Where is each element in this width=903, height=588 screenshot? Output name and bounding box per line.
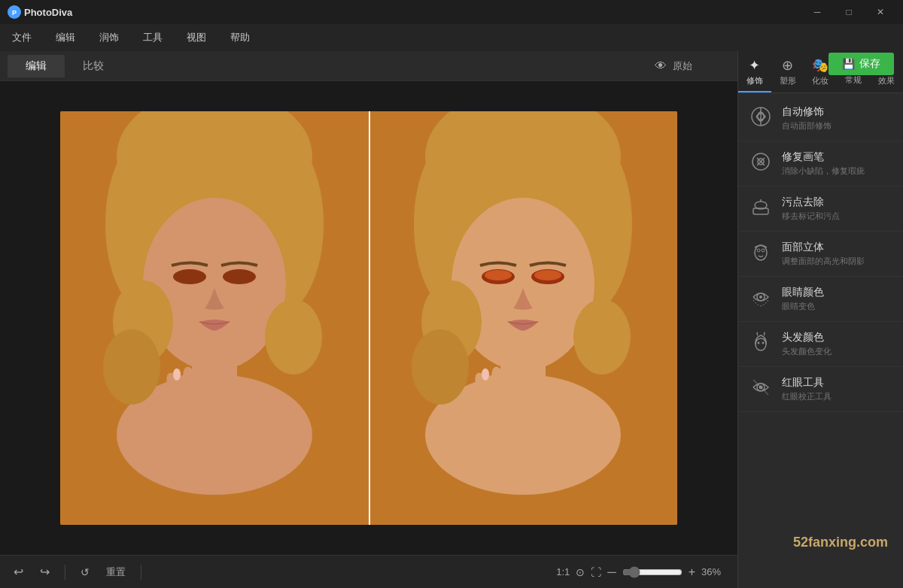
split-divider[interactable] (369, 111, 370, 525)
tool-repair-brush[interactable]: 修复画笔 消除小缺陷，修复瑕疵 (738, 141, 903, 186)
adjust-tab-label: 常规 (845, 74, 862, 86)
portrait-left (60, 111, 369, 525)
hair-color-text: 头发颜色 头发颜色变化 (782, 331, 832, 357)
makeup-tab-label: 化妆 (812, 75, 829, 86)
repair-brush-desc: 消除小缺陷，修复瑕疵 (782, 165, 865, 177)
svg-point-29 (534, 270, 561, 280)
save-icon: 💾 (842, 58, 855, 70)
svg-point-51 (759, 296, 762, 299)
menu-help[interactable]: 帮助 (226, 28, 254, 47)
tab-edit[interactable]: 编辑 (8, 55, 65, 77)
svg-point-9 (173, 269, 206, 284)
repair-brush-text: 修复画笔 消除小缺陷，修复瑕疵 (782, 150, 865, 177)
svg-point-53 (758, 341, 760, 344)
zoom-info: 1:1 ⊙ ⛶ ─ + 36% (556, 565, 728, 579)
fullscreen-icon[interactable]: ⛶ (591, 566, 601, 578)
red-eye-title: 红眼工具 (782, 376, 832, 389)
zoom-in-button[interactable]: + (689, 565, 695, 579)
image-right (369, 111, 677, 525)
svg-point-49 (762, 249, 765, 252)
menu-view[interactable]: 视图 (182, 28, 211, 47)
separator-2 (141, 565, 141, 580)
auto-retouch-icon (749, 106, 773, 132)
hair-color-desc: 头发颜色变化 (782, 346, 832, 357)
panel-tab-retouch[interactable]: ✦ 修饰 (738, 51, 771, 92)
image-left (60, 111, 369, 525)
bottom-bar: ↩ ↪ ↺ 重置 1:1 ⊙ ⛶ ─ + 36% (0, 555, 737, 588)
zoom-ratio-label: 1:1 (556, 566, 570, 577)
red-eye-icon (749, 377, 773, 402)
menu-edit[interactable]: 编辑 (51, 28, 80, 47)
shape-tab-label: 塑形 (780, 75, 796, 86)
maximize-button[interactable]: □ (834, 0, 864, 24)
view-label: 👁 原始 (655, 59, 692, 73)
minimize-button[interactable]: ─ (802, 0, 832, 24)
auto-retouch-text: 自动修饰 自动面部修饰 (782, 105, 832, 132)
panel-tab-shape[interactable]: ⊕ 塑形 (771, 51, 804, 92)
svg-point-35 (412, 329, 469, 405)
tool-red-eye[interactable]: 红眼工具 红眼校正工具 (738, 367, 903, 412)
tool-eye-color[interactable]: 眼睛颜色 眼睛变色 (738, 277, 903, 322)
save-button[interactable]: 💾 保存 (829, 53, 894, 75)
redo-button[interactable]: ↪ (35, 562, 54, 582)
eye-color-icon (749, 286, 773, 312)
undo-button[interactable]: ↩ (9, 562, 28, 582)
app-logo: P PhotoDiva (8, 5, 72, 19)
tabbar: 编辑 比较 👁 原始 (0, 51, 737, 81)
spot-removal-text: 污点去除 移去标记和污点 (782, 195, 840, 222)
face-sculpt-icon (749, 241, 773, 267)
separator-1 (65, 565, 65, 580)
titlebar-left: P PhotoDiva (8, 5, 72, 19)
reset-button[interactable]: 重置 (102, 562, 130, 582)
menu-retouch[interactable]: 润饰 (95, 28, 123, 47)
spot-removal-icon (749, 196, 773, 222)
tool-list: 自动修饰 自动面部修饰 修复画笔 消除小缺陷，修复瑕疵 (738, 93, 903, 588)
app-name-label: PhotoDiva (24, 7, 72, 18)
effects-tab-label: 效果 (878, 75, 895, 86)
menubar-wrapper: 文件 编辑 润饰 工具 视图 帮助 💾 保存 (0, 24, 903, 51)
refresh-button[interactable]: ↺ (76, 563, 94, 581)
menubar: 文件 编辑 润饰 工具 视图 帮助 (0, 24, 903, 51)
svg-point-10 (223, 269, 256, 284)
main-area: 编辑 比较 👁 原始 (0, 51, 903, 588)
tool-face-sculpt[interactable]: 面部立体 调整面部的高光和阴影 (738, 232, 903, 277)
right-panel: ✦ 修饰 ⊕ 塑形 🎭 化妆 ≡ 常规 ◫ 效果 (737, 51, 903, 588)
eye-color-desc: 眼睛变色 (782, 301, 824, 312)
svg-point-17 (265, 299, 322, 374)
split-container (60, 111, 677, 525)
retouch-tab-icon: ✦ (749, 57, 760, 74)
zoom-out-button[interactable]: ─ (607, 565, 616, 579)
svg-text:P: P (12, 9, 17, 17)
zoom-slider[interactable] (622, 566, 683, 578)
fit-icon[interactable]: ⊙ (576, 566, 585, 578)
auto-retouch-title: 自动修饰 (782, 105, 832, 119)
titlebar: P PhotoDiva ─ □ ✕ (0, 0, 903, 24)
menu-file[interactable]: 文件 (8, 28, 36, 47)
tab-compare[interactable]: 比较 (65, 55, 122, 77)
menu-tools[interactable]: 工具 (138, 28, 167, 47)
close-button[interactable]: ✕ (865, 0, 895, 24)
titlebar-controls: ─ □ ✕ (802, 0, 895, 24)
svg-point-48 (757, 249, 760, 252)
tool-auto-retouch[interactable]: 自动修饰 自动面部修饰 (738, 96, 903, 141)
makeup-tab-icon: 🎭 (812, 57, 829, 74)
svg-point-36 (573, 299, 631, 374)
auto-retouch-desc: 自动面部修饰 (782, 120, 832, 132)
tool-hair-color[interactable]: 头发颜色 头发颜色变化 (738, 322, 903, 367)
face-sculpt-title: 面部立体 (782, 241, 865, 254)
retouch-tab-label: 修饰 (746, 75, 763, 86)
svg-point-18 (173, 368, 181, 380)
view-text: 原始 (673, 59, 692, 73)
red-eye-desc: 红眼校正工具 (782, 391, 832, 402)
repair-brush-title: 修复画笔 (782, 150, 865, 164)
app-logo-icon: P (8, 5, 21, 19)
spot-removal-desc: 移去标记和污点 (782, 211, 840, 222)
repair-brush-icon (749, 151, 773, 177)
red-eye-text: 红眼工具 红眼校正工具 (782, 376, 832, 402)
face-sculpt-text: 面部立体 调整面部的高光和阴影 (782, 241, 865, 267)
save-label: 保存 (859, 57, 880, 71)
eye-color-text: 眼睛颜色 眼睛变色 (782, 286, 824, 312)
svg-point-37 (482, 368, 489, 380)
svg-point-28 (485, 270, 512, 280)
tool-spot-removal[interactable]: 污点去除 移去标记和污点 (738, 186, 903, 232)
